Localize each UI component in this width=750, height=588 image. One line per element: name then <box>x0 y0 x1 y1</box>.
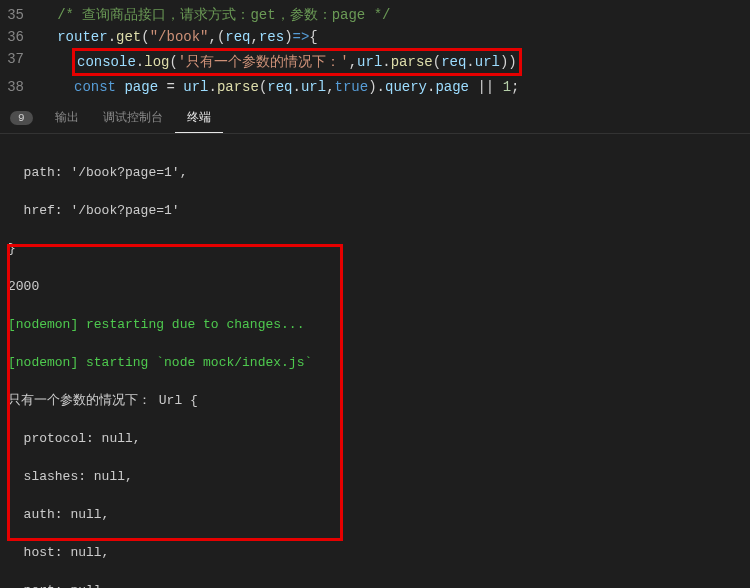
string-msg: '只有一个参数的情况下：' <box>178 54 349 70</box>
code-line-37[interactable]: 37 console.log('只有一个参数的情况下：',url.parse(r… <box>0 48 750 76</box>
method-log: log <box>144 54 169 70</box>
ident-router: router <box>57 29 107 45</box>
line-number: 35 <box>0 4 32 26</box>
code-line-38[interactable]: 38 const page = url.parse(req.url,true).… <box>0 76 750 98</box>
ident-console: console <box>77 54 136 70</box>
ident-req: req <box>441 54 466 70</box>
problems-badge[interactable]: 9 <box>10 111 33 125</box>
bool-true: true <box>335 79 369 95</box>
prop-url: url <box>301 79 326 95</box>
terminal-panel[interactable]: path: '/book?page=1', href: '/book?page=… <box>0 134 750 588</box>
highlight-box-code: console.log('只有一个参数的情况下：',url.parse(req.… <box>72 48 522 76</box>
param-res: res <box>259 29 284 45</box>
panel-tab-bar: 9 输出 调试控制台 终端 <box>0 102 750 134</box>
method-get: get <box>116 29 141 45</box>
num-one: 1 <box>503 79 511 95</box>
code-editor[interactable]: 35 /* 查询商品接口，请求方式：get，参数：page */ 36 rout… <box>0 0 750 102</box>
prop-url: url <box>475 54 500 70</box>
prop-query: query <box>385 79 427 95</box>
terminal-line: slashes: null, <box>8 467 742 486</box>
terminal-line: path: '/book?page=1', <box>8 163 742 182</box>
terminal-line: port: null, <box>8 581 742 588</box>
line-number: 37 <box>0 48 32 76</box>
code-line-36[interactable]: 36 router.get("/book",(req,res)=>{ <box>0 26 750 48</box>
prop-page: page <box>435 79 469 95</box>
terminal-line: auth: null, <box>8 505 742 524</box>
var-page: page <box>124 79 158 95</box>
kw-const: const <box>74 79 116 95</box>
ident-url: url <box>183 79 208 95</box>
ident-url: url <box>357 54 382 70</box>
code-line-35[interactable]: 35 /* 查询商品接口，请求方式：get，参数：page */ <box>0 4 750 26</box>
terminal-line: 只有一个参数的情况下： Url { <box>8 391 742 410</box>
terminal-line: protocol: null, <box>8 429 742 448</box>
terminal-line: href: '/book?page=1' <box>8 201 742 220</box>
string-book: "/book" <box>150 29 209 45</box>
terminal-line: host: null, <box>8 543 742 562</box>
method-parse: parse <box>391 54 433 70</box>
terminal-line-nodemon: [nodemon] starting `node mock/index.js` <box>8 353 742 372</box>
line-number: 38 <box>0 76 32 98</box>
tab-debug-console[interactable]: 调试控制台 <box>91 103 175 132</box>
tab-output[interactable]: 输出 <box>43 103 91 132</box>
ident-req: req <box>267 79 292 95</box>
comment-text: /* 查询商品接口，请求方式：get，参数：page */ <box>57 7 390 23</box>
param-req: req <box>225 29 250 45</box>
line-number: 36 <box>0 26 32 48</box>
method-parse: parse <box>217 79 259 95</box>
terminal-line: } <box>8 239 742 258</box>
terminal-line: 2000 <box>8 277 742 296</box>
terminal-line-nodemon: [nodemon] restarting due to changes... <box>8 315 742 334</box>
tab-terminal[interactable]: 终端 <box>175 103 223 133</box>
